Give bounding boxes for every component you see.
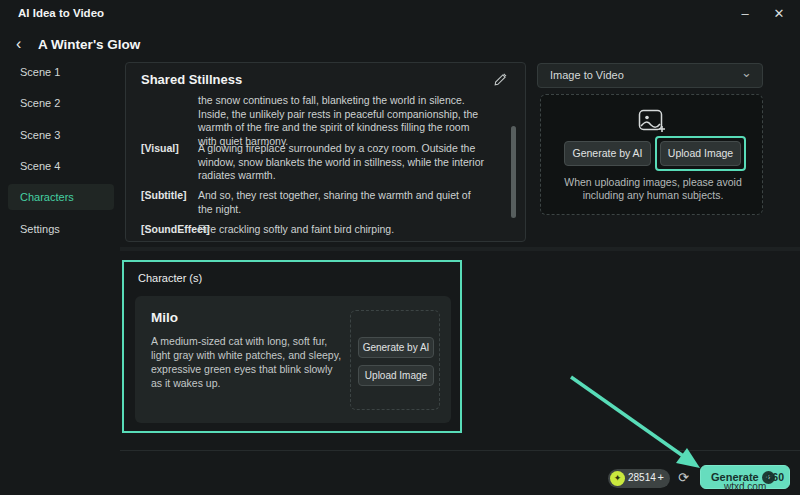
minimize-icon[interactable]: – [734,4,756,24]
image-upload-card: Generate by AI Upload Image When uploadi… [540,94,763,215]
close-icon[interactable]: ✕ [768,4,790,24]
soundeffect-text: Fire crackling softly and faint bird chi… [198,223,486,237]
titlebar: AI Idea to Video – ✕ [0,0,800,28]
scene-name: Shared Stillness [141,72,242,87]
upload-image-button[interactable]: Upload Image [660,141,741,166]
sidebar-item-scene-2[interactable]: Scene 2 [8,90,114,116]
characters-highlight-box: Character (s) Milo A medium-sized cat wi… [122,260,462,433]
back-icon[interactable]: ‹ [16,36,21,52]
refresh-icon[interactable]: ⟳ [678,470,689,485]
scene-detail-panel: Shared Stillness the snow continues to f… [125,62,526,242]
dropdown-selected-value: Image to Video [550,69,624,81]
soundeffect-label: [SoundEffect] [141,223,203,235]
character-name: Milo [151,310,178,325]
upload-hint-text: When uploading images, please avoid incl… [553,176,753,202]
subtitle-label: [Subtitle] [141,189,203,201]
edit-pencil-icon[interactable] [493,73,507,87]
character-description: A medium-sized cat with long, soft fur, … [151,334,343,390]
generate-by-ai-button[interactable]: Generate by AI [564,141,651,166]
visual-label: [Visual] [141,142,203,154]
sidebar-item-scene-3[interactable]: Scene 3 [8,122,114,148]
scrollbar-thumb[interactable] [511,126,516,218]
credits-count: 28514 [628,472,656,483]
character-upload-image-button[interactable]: Upload Image [358,365,434,386]
app-title: AI Idea to Video [18,7,104,19]
credits-pill[interactable]: ✦ 28514 + [608,469,670,488]
section-divider [120,247,800,251]
sidebar-item-settings[interactable]: Settings [8,216,114,242]
add-image-icon [638,109,668,135]
visual-text: A glowing fireplace surrounded by a cozy… [198,142,486,183]
page-title: A Winter's Glow [38,37,140,52]
add-credits-icon[interactable]: + [658,471,664,483]
footer-divider [120,450,800,451]
scene-overview-text: the snow continues to fall, blanketing t… [198,94,486,148]
video-mode-dropdown[interactable]: Image to Video ⌄ [537,63,763,88]
characters-section-title: Character (s) [138,272,202,284]
watermark-text: wtxd.com [724,481,766,492]
generate-cost-value: 660 [766,471,784,483]
chevron-down-icon: ⌄ [741,65,752,80]
sidebar-item-scene-4[interactable]: Scene 4 [8,153,114,179]
character-generate-by-ai-button[interactable]: Generate by AI [358,337,434,358]
sidebar-item-scene-1[interactable]: Scene 1 [8,59,114,85]
subtitle-text: And so, they rest together, sharing the … [198,189,486,216]
sidebar-item-characters[interactable]: Characters [8,184,114,210]
coin-icon: ✦ [610,471,625,486]
app-window: AI Idea to Video – ✕ ‹ A Winter's Glow S… [0,0,800,495]
character-image-slot: Generate by AI Upload Image [350,310,440,410]
character-card: Milo A medium-sized cat with long, soft … [135,296,451,423]
